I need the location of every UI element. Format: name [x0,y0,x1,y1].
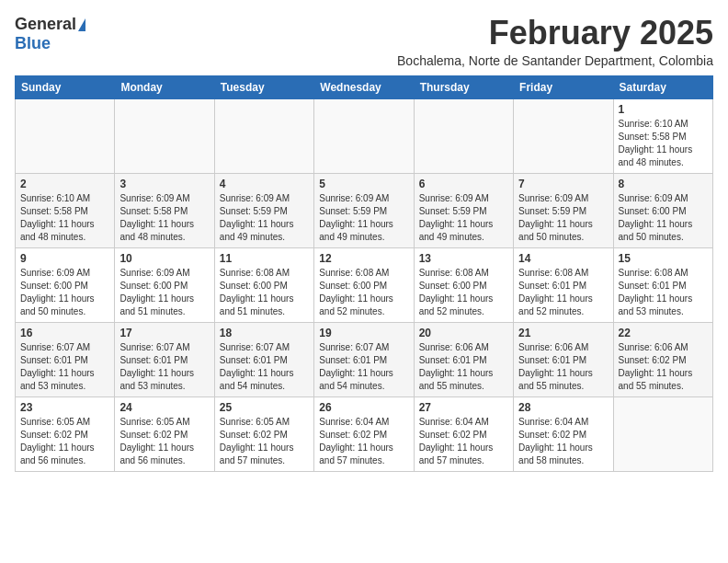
day-info: Sunrise: 6:06 AM Sunset: 6:01 PM Dayligh… [419,341,508,393]
day-number: 6 [419,178,508,190]
day-info: Sunrise: 6:08 AM Sunset: 6:00 PM Dayligh… [419,267,508,318]
day-number: 16 [20,327,109,339]
calendar-cell [115,98,214,173]
day-info: Sunrise: 6:05 AM Sunset: 6:02 PM Dayligh… [220,416,309,467]
day-info: Sunrise: 6:04 AM Sunset: 6:02 PM Dayligh… [319,416,408,467]
calendar-cell: 15Sunrise: 6:08 AM Sunset: 6:01 PM Dayli… [613,247,712,322]
calendar-cell: 23Sunrise: 6:05 AM Sunset: 6:02 PM Dayli… [16,396,115,471]
day-number: 27 [419,401,508,414]
page-header: General Blue February 2025 Bochalema, No… [15,15,713,68]
calendar-cell: 18Sunrise: 6:07 AM Sunset: 6:01 PM Dayli… [214,322,313,396]
logo: General Blue [15,15,85,53]
calendar-cell: 22Sunrise: 6:06 AM Sunset: 6:02 PM Dayli… [613,322,712,396]
logo-general-text: General [15,15,76,34]
day-info: Sunrise: 6:06 AM Sunset: 6:02 PM Dayligh… [619,341,708,393]
day-number: 4 [220,178,309,190]
calendar-cell: 27Sunrise: 6:04 AM Sunset: 6:02 PM Dayli… [414,396,513,471]
calendar-cell: 8Sunrise: 6:09 AM Sunset: 6:00 PM Daylig… [613,173,712,247]
day-info: Sunrise: 6:04 AM Sunset: 6:02 PM Dayligh… [518,416,608,467]
day-info: Sunrise: 6:04 AM Sunset: 6:02 PM Dayligh… [419,416,508,467]
calendar-cell [414,98,513,173]
day-info: Sunrise: 6:07 AM Sunset: 6:01 PM Dayligh… [119,341,209,393]
column-header-sunday: Sunday [16,75,115,98]
day-number: 10 [119,252,209,265]
location-title: Bochalema, Norte de Santander Department… [397,53,713,68]
column-header-tuesday: Tuesday [214,75,313,98]
calendar-cell: 5Sunrise: 6:09 AM Sunset: 5:59 PM Daylig… [314,173,414,247]
calendar-week-3: 9Sunrise: 6:09 AM Sunset: 6:00 PM Daylig… [16,247,713,322]
calendar-cell: 7Sunrise: 6:09 AM Sunset: 5:59 PM Daylig… [514,173,613,247]
calendar-week-1: 1Sunrise: 6:10 AM Sunset: 5:58 PM Daylig… [16,98,713,173]
day-info: Sunrise: 6:09 AM Sunset: 6:00 PM Dayligh… [119,267,209,318]
calendar-cell [613,396,712,471]
day-number: 2 [20,178,109,190]
day-number: 7 [518,178,608,190]
calendar-cell: 4Sunrise: 6:09 AM Sunset: 5:59 PM Daylig… [214,173,313,247]
calendar-week-2: 2Sunrise: 6:10 AM Sunset: 5:58 PM Daylig… [16,173,713,247]
day-info: Sunrise: 6:07 AM Sunset: 6:01 PM Dayligh… [20,341,109,393]
calendar-cell: 12Sunrise: 6:08 AM Sunset: 6:00 PM Dayli… [314,247,414,322]
day-number: 21 [518,327,608,339]
day-number: 22 [619,327,708,339]
calendar-week-4: 16Sunrise: 6:07 AM Sunset: 6:01 PM Dayli… [16,322,713,396]
title-block: February 2025 Bochalema, Norte de Santan… [397,15,713,68]
day-number: 9 [20,252,109,265]
day-info: Sunrise: 6:09 AM Sunset: 5:59 PM Dayligh… [319,192,408,244]
column-header-wednesday: Wednesday [314,75,414,98]
day-number: 15 [619,252,708,265]
day-info: Sunrise: 6:09 AM Sunset: 5:59 PM Dayligh… [220,192,309,244]
calendar-cell: 6Sunrise: 6:09 AM Sunset: 5:59 PM Daylig… [414,173,513,247]
calendar-header-row: SundayMondayTuesdayWednesdayThursdayFrid… [16,75,713,98]
day-info: Sunrise: 6:09 AM Sunset: 5:59 PM Dayligh… [419,192,508,244]
calendar-cell: 9Sunrise: 6:09 AM Sunset: 6:00 PM Daylig… [16,247,115,322]
calendar-cell: 3Sunrise: 6:09 AM Sunset: 5:58 PM Daylig… [115,173,214,247]
day-number: 26 [319,401,408,414]
day-info: Sunrise: 6:06 AM Sunset: 6:01 PM Dayligh… [518,341,608,393]
calendar-week-5: 23Sunrise: 6:05 AM Sunset: 6:02 PM Dayli… [16,396,713,471]
calendar-cell: 14Sunrise: 6:08 AM Sunset: 6:01 PM Dayli… [514,247,613,322]
calendar-cell [214,98,313,173]
calendar-cell: 16Sunrise: 6:07 AM Sunset: 6:01 PM Dayli… [16,322,115,396]
day-number: 3 [119,178,209,190]
calendar-cell: 13Sunrise: 6:08 AM Sunset: 6:00 PM Dayli… [414,247,513,322]
day-info: Sunrise: 6:10 AM Sunset: 5:58 PM Dayligh… [20,192,109,244]
day-number: 28 [518,401,608,414]
day-info: Sunrise: 6:09 AM Sunset: 5:58 PM Dayligh… [119,192,209,244]
day-number: 8 [619,178,708,190]
calendar-cell: 21Sunrise: 6:06 AM Sunset: 6:01 PM Dayli… [514,322,613,396]
logo-icon [78,18,85,31]
day-info: Sunrise: 6:07 AM Sunset: 6:01 PM Dayligh… [319,341,408,393]
day-info: Sunrise: 6:08 AM Sunset: 6:00 PM Dayligh… [220,267,309,318]
day-info: Sunrise: 6:05 AM Sunset: 6:02 PM Dayligh… [20,416,109,467]
day-number: 25 [220,401,309,414]
day-number: 1 [619,103,708,116]
calendar-cell: 25Sunrise: 6:05 AM Sunset: 6:02 PM Dayli… [214,396,313,471]
column-header-friday: Friday [514,75,613,98]
day-number: 23 [20,401,109,414]
day-info: Sunrise: 6:05 AM Sunset: 6:02 PM Dayligh… [119,416,209,467]
day-info: Sunrise: 6:08 AM Sunset: 6:01 PM Dayligh… [619,267,708,318]
calendar-cell: 10Sunrise: 6:09 AM Sunset: 6:00 PM Dayli… [115,247,214,322]
calendar-cell: 19Sunrise: 6:07 AM Sunset: 6:01 PM Dayli… [314,322,414,396]
day-number: 17 [119,327,209,339]
day-info: Sunrise: 6:10 AM Sunset: 5:58 PM Dayligh… [619,118,708,169]
day-info: Sunrise: 6:07 AM Sunset: 6:01 PM Dayligh… [220,341,309,393]
calendar-cell [16,98,115,173]
day-number: 5 [319,178,408,190]
day-number: 24 [119,401,209,414]
day-number: 12 [319,252,408,265]
day-number: 18 [220,327,309,339]
calendar-cell: 24Sunrise: 6:05 AM Sunset: 6:02 PM Dayli… [115,396,214,471]
calendar-cell: 28Sunrise: 6:04 AM Sunset: 6:02 PM Dayli… [514,396,613,471]
calendar-cell: 26Sunrise: 6:04 AM Sunset: 6:02 PM Dayli… [314,396,414,471]
calendar-cell: 11Sunrise: 6:08 AM Sunset: 6:00 PM Dayli… [214,247,313,322]
logo-blue-text: Blue [15,34,51,53]
day-info: Sunrise: 6:09 AM Sunset: 6:00 PM Dayligh… [20,267,109,318]
day-number: 19 [319,327,408,339]
calendar-cell [314,98,414,173]
day-info: Sunrise: 6:08 AM Sunset: 6:01 PM Dayligh… [518,267,608,318]
day-info: Sunrise: 6:08 AM Sunset: 6:00 PM Dayligh… [319,267,408,318]
calendar-cell [514,98,613,173]
day-number: 13 [419,252,508,265]
day-number: 11 [220,252,309,265]
